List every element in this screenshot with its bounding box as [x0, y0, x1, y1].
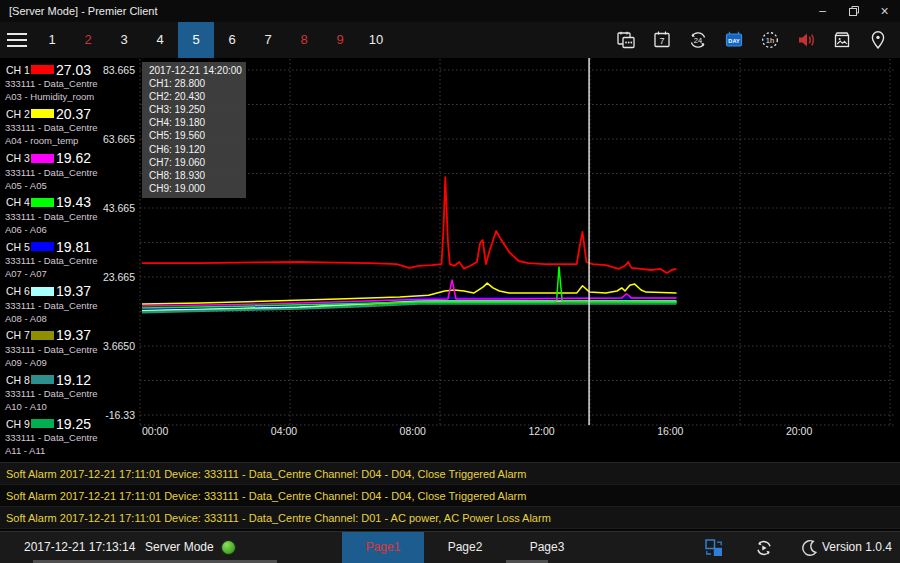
- alarm-row-3[interactable]: Soft Alarm 2017-12-21 17:11:01 Device: 3…: [0, 507, 900, 529]
- toolbar: 7 24 DAY 1h: [614, 28, 900, 52]
- close-button[interactable]: ×: [869, 0, 900, 22]
- snapshot-box-button[interactable]: [830, 28, 854, 52]
- hamburger-icon: [7, 33, 27, 35]
- channel-color-swatch: [31, 242, 54, 251]
- one-hour-button[interactable]: 1h: [758, 28, 782, 52]
- theme-toggle-button[interactable]: [797, 536, 821, 560]
- x-axis-label: 20:00: [786, 425, 812, 437]
- tab-5[interactable]: 5: [178, 22, 214, 58]
- tooltip-row: CH4: 19.180: [149, 116, 246, 129]
- channel-color-swatch: [31, 198, 54, 207]
- calendar-week-icon: 7: [651, 29, 673, 51]
- channel-value: 27.03: [56, 62, 100, 78]
- x-axis-label: 04:00: [271, 425, 297, 437]
- channel-id: CH 1: [6, 64, 31, 76]
- channel-value: 19.37: [56, 327, 100, 343]
- x-axis-label: 16:00: [657, 425, 683, 437]
- y-axis-label: 23.665: [103, 271, 135, 283]
- channel-item-1[interactable]: CH 127.03333111 - Data_CentreA03 - Humid…: [0, 62, 100, 103]
- channel-value: 19.62: [56, 150, 100, 166]
- location-pin-button[interactable]: [866, 28, 890, 52]
- window-controls: – ×: [807, 0, 900, 22]
- channel-color-swatch: [31, 419, 54, 428]
- page-tab-Page3[interactable]: Page3: [506, 532, 588, 563]
- tab-8[interactable]: 8: [286, 22, 322, 58]
- channel-id: CH 2: [6, 108, 31, 120]
- channel-device: 333111 - Data_Centre: [0, 210, 100, 223]
- channel-item-4[interactable]: CH 419.43333111 - Data_CentreA06 - A06: [0, 195, 100, 236]
- channel-device: 333111 - Data_Centre: [0, 77, 100, 90]
- tab-3[interactable]: 3: [106, 22, 142, 58]
- channel-item-2[interactable]: CH 220.37333111 - Data_CentreA04 - room_…: [0, 106, 100, 147]
- tab-9[interactable]: 9: [322, 22, 358, 58]
- calendar-week-button[interactable]: 7: [650, 28, 674, 52]
- channel-point: A04 - room_temp: [0, 134, 100, 147]
- alarm-row-1[interactable]: Soft Alarm 2017-12-21 17:11:01 Device: 3…: [0, 463, 900, 485]
- alarm-sound-button[interactable]: [794, 28, 818, 52]
- alarm-row-2[interactable]: Soft Alarm 2017-12-21 17:11:01 Device: 3…: [0, 485, 900, 507]
- title-bar: [Server Mode] - Premier Client – ×: [0, 0, 900, 22]
- channel-item-8[interactable]: CH 819.12333111 - Data_CentreA10 - A10: [0, 372, 100, 413]
- speaker-icon: [795, 29, 817, 51]
- x-axis-label: 12:00: [528, 425, 554, 437]
- server-status-led: [222, 541, 235, 554]
- channel-color-swatch: [31, 331, 54, 340]
- moon-icon: [798, 537, 820, 559]
- channel-item-5[interactable]: CH 519.81333111 - Data_CentreA07 - A07: [0, 239, 100, 280]
- page-tabs: Page1Page2Page3: [342, 532, 588, 563]
- channel-device: 333111 - Data_Centre: [0, 387, 100, 400]
- y-axis-label: 63.665: [103, 133, 135, 145]
- one-hour-icon: 1h: [759, 29, 781, 51]
- channel-point: A06 - A06: [0, 223, 100, 236]
- x-axis-label: 00:00: [142, 425, 168, 437]
- channel-item-3[interactable]: CH 319.62333111 - Data_CentreA05 - A05: [0, 151, 100, 192]
- channel-id: CH 9: [6, 418, 31, 430]
- tooltip-row: CH1: 28.800: [149, 77, 246, 90]
- hours-24-button[interactable]: 24: [686, 28, 710, 52]
- page-tab-Page1[interactable]: Page1: [342, 532, 424, 563]
- channel-id: CH 6: [6, 285, 31, 297]
- tab-10[interactable]: 10: [358, 22, 394, 58]
- tab-4[interactable]: 4: [142, 22, 178, 58]
- minimize-button[interactable]: –: [807, 0, 838, 22]
- tab-2[interactable]: 2: [70, 22, 106, 58]
- channel-device: 333111 - Data_Centre: [0, 121, 100, 134]
- channel-item-7[interactable]: CH 719.37333111 - Data_CentreA09 - A09: [0, 328, 100, 369]
- channel-color-swatch: [31, 287, 54, 296]
- channel-item-9[interactable]: CH 919.25333111 - Data_CentreA11 - A11: [0, 416, 100, 457]
- snapshot-box-icon: [831, 29, 853, 51]
- y-axis-label: 83.665: [103, 64, 135, 76]
- tooltip-row: CH2: 20.430: [149, 90, 246, 103]
- channel-id: CH 3: [6, 152, 31, 164]
- channel-value: 19.12: [56, 372, 100, 388]
- maximize-button[interactable]: [838, 0, 869, 22]
- svg-text:DAY: DAY: [728, 38, 740, 44]
- calendar-day-button[interactable]: DAY: [722, 28, 746, 52]
- tab-1[interactable]: 1: [34, 22, 70, 58]
- svg-text:1h: 1h: [766, 36, 774, 45]
- tooltip-row: CH7: 19.060: [149, 156, 246, 169]
- y-axis-label: -16.33: [105, 409, 135, 421]
- channel-value: 19.43: [56, 194, 100, 210]
- sync-button[interactable]: [752, 536, 776, 560]
- location-pin-icon: [867, 29, 889, 51]
- calendar-pages-button[interactable]: [614, 28, 638, 52]
- channel-color-swatch: [31, 109, 54, 118]
- channel-value: 19.37: [56, 283, 100, 299]
- window-title: [Server Mode] - Premier Client: [9, 5, 158, 17]
- channel-color-swatch: [31, 65, 54, 74]
- menu-button[interactable]: [0, 22, 34, 58]
- layout-switch-button[interactable]: [702, 536, 726, 560]
- channel-id: CH 4: [6, 196, 31, 208]
- channel-value: 19.81: [56, 239, 100, 255]
- channel-item-6[interactable]: CH 619.37333111 - Data_CentreA08 - A08: [0, 284, 100, 325]
- channel-point: A11 - A11: [0, 444, 100, 457]
- channel-point: A03 - Humidity_room: [0, 90, 100, 103]
- channel-id: CH 5: [6, 241, 31, 253]
- tab-6[interactable]: 6: [214, 22, 250, 58]
- page-tab-Page2[interactable]: Page2: [424, 532, 506, 563]
- channel-value: 19.25: [56, 416, 100, 432]
- channel-color-swatch: [31, 375, 54, 384]
- tab-7[interactable]: 7: [250, 22, 286, 58]
- server-mode-label: Server Mode: [145, 532, 214, 563]
